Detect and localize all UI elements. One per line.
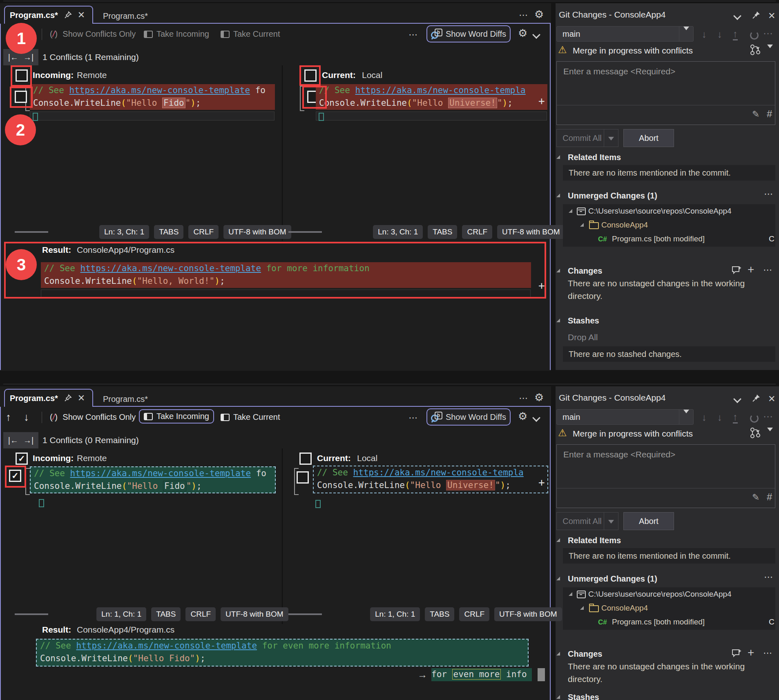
conflict-jump-buttons[interactable]: |← →| [3, 432, 38, 448]
horizontal-scrollbar[interactable] [288, 231, 322, 233]
show-word-diffs-button[interactable]: b Show Word Diffs [426, 25, 511, 42]
tab-program-cs-active[interactable]: Program.cs* ✕ [4, 6, 93, 24]
horizontal-scrollbar[interactable] [15, 613, 48, 615]
line-ending-indicator[interactable]: CRLF [188, 225, 219, 239]
stashes-header[interactable]: Stashes [568, 693, 599, 700]
encoding-indicator[interactable]: UTF-8 with BOM [221, 607, 288, 621]
changes-overflow-icon[interactable]: ⋯ [763, 648, 773, 658]
unmerged-changes-header[interactable]: Unmerged Changes (1) [568, 191, 657, 201]
changes-header[interactable]: Changes [568, 649, 602, 659]
current-conflict-checkbox[interactable] [297, 471, 309, 484]
abort-button[interactable]: Abort [623, 512, 674, 530]
ai-message-icon[interactable]: ✎ [752, 492, 759, 503]
vertical-scrollbar[interactable] [538, 668, 545, 681]
chevron-down-icon[interactable] [533, 415, 539, 422]
toolbar-overflow-icon[interactable]: ⋯ [408, 29, 418, 40]
panel-chevron-down-icon[interactable] [734, 13, 740, 20]
push-icon[interactable]: ↑ [733, 29, 738, 40]
project-name[interactable]: ConsoleApp4 [601, 221, 648, 230]
graph-caret-icon[interactable] [767, 431, 773, 439]
line-ending-indicator[interactable]: CRLF [459, 607, 489, 621]
go-last-conflict-icon[interactable]: →| [23, 436, 33, 445]
related-items-header[interactable]: Related Items [568, 536, 621, 545]
stage-plus-icon[interactable]: + [748, 263, 754, 276]
abort-button[interactable]: Abort [623, 129, 674, 147]
tab-overflow-icon[interactable]: ⋯ [519, 10, 529, 20]
unmerged-overflow-icon[interactable]: ⋯ [764, 189, 774, 199]
take-current-button[interactable]: Take Current [221, 412, 280, 422]
settings-gear-icon[interactable]: ⚙ [534, 8, 544, 21]
tabs-indicator[interactable]: TABS [428, 225, 457, 239]
fetch-icon[interactable]: ↓ [702, 412, 707, 423]
branch-dropdown-caret[interactable] [679, 413, 693, 421]
issue-hash-icon[interactable]: # [767, 491, 772, 503]
encoding-indicator[interactable]: UTF-8 with BOM [223, 225, 291, 239]
tree-expander-icon[interactable] [580, 223, 584, 227]
panel-close-icon[interactable]: ✕ [768, 394, 775, 404]
pin-icon[interactable] [64, 11, 72, 19]
section-expander-icon[interactable] [556, 269, 560, 272]
show-word-diffs-button[interactable]: b Show Word Diffs [426, 408, 511, 426]
section-expander-icon[interactable] [556, 695, 560, 699]
take-current-button[interactable]: Take Current [221, 29, 280, 39]
horizontal-scrollbar[interactable] [15, 231, 48, 233]
commit-caret-icon[interactable] [608, 137, 614, 140]
conflicted-file[interactable]: Program.cs [both modified] [612, 618, 705, 626]
commit-caret-icon[interactable] [608, 520, 614, 524]
branch-dropdown-caret[interactable] [679, 30, 693, 38]
show-conflicts-only-button[interactable]: (/) Show Conflicts Only [50, 412, 136, 422]
stashes-header[interactable]: Stashes [568, 316, 599, 325]
move-up-icon[interactable]: ↑ [6, 411, 11, 424]
go-first-conflict-icon[interactable]: |← [8, 436, 18, 445]
changes-overflow-icon[interactable]: ⋯ [763, 265, 773, 275]
graph-caret-icon[interactable] [767, 48, 773, 56]
horizontal-scrollbar[interactable] [288, 613, 322, 615]
repo-path[interactable]: C:\Users\user\source\repos\ConsoleApp4 [588, 590, 732, 599]
changes-header[interactable]: Changes [568, 266, 602, 276]
take-incoming-button[interactable]: Take Incoming [139, 409, 214, 424]
close-icon[interactable]: ✕ [78, 10, 85, 20]
section-expander-icon[interactable] [556, 652, 560, 655]
section-expander-icon[interactable] [556, 538, 560, 542]
pull-icon[interactable]: ↓ [717, 29, 722, 40]
section-expander-icon[interactable] [556, 194, 560, 197]
git-overflow-icon[interactable]: ⋯ [763, 28, 774, 39]
refresh-icon[interactable] [750, 414, 759, 423]
tab-overflow-icon[interactable]: ⋯ [519, 393, 529, 404]
commit-all-button[interactable]: Commit All [556, 512, 618, 530]
issue-hash-icon[interactable]: # [767, 108, 772, 120]
pull-icon[interactable]: ↓ [717, 412, 722, 423]
ai-message-icon[interactable]: ✎ [752, 109, 759, 120]
git-graph-icon[interactable] [750, 44, 761, 56]
settings-gear-icon[interactable]: ⚙ [534, 391, 544, 404]
tree-expander-icon[interactable] [569, 209, 572, 213]
line-ending-indicator[interactable]: CRLF [462, 225, 492, 239]
diff-settings-gear-icon[interactable]: ⚙ [518, 27, 527, 40]
repo-path[interactable]: C:\Users\user\source\repos\ConsoleApp4 [588, 207, 732, 216]
tab-program-cs-secondary[interactable]: Program.cs* [97, 391, 154, 407]
refresh-icon[interactable] [750, 31, 759, 40]
toolbar-overflow-icon[interactable]: ⋯ [408, 412, 418, 423]
panel-close-icon[interactable]: ✕ [768, 11, 775, 21]
related-items-header[interactable]: Related Items [568, 153, 621, 162]
stage-plus-icon[interactable]: + [748, 646, 754, 659]
branch-dropdown[interactable]: main [556, 409, 694, 425]
comment-sparkle-icon[interactable] [731, 649, 742, 658]
drop-all-link[interactable]: Drop All [568, 332, 598, 342]
conflicted-file[interactable]: Program.cs [both modified] [612, 234, 705, 243]
take-incoming-button[interactable]: Take Incoming [144, 29, 209, 39]
section-expander-icon[interactable] [556, 155, 560, 159]
unmerged-overflow-icon[interactable]: ⋯ [764, 572, 774, 582]
comment-sparkle-icon[interactable] [731, 265, 742, 275]
section-expander-icon[interactable] [556, 319, 560, 322]
line-ending-indicator[interactable]: CRLF [185, 607, 216, 621]
branch-dropdown[interactable]: main [556, 26, 694, 42]
tabs-indicator[interactable]: TABS [425, 607, 454, 621]
section-expander-icon[interactable] [556, 577, 560, 580]
pin-icon[interactable] [64, 394, 72, 402]
tab-program-cs-active[interactable]: Program.cs* ✕ [4, 389, 93, 407]
tabs-indicator[interactable]: TABS [151, 607, 181, 621]
tree-expander-icon[interactable] [580, 606, 584, 610]
push-icon[interactable]: ↑ [733, 412, 738, 424]
encoding-indicator[interactable]: UTF-8 with BOM [497, 225, 565, 239]
